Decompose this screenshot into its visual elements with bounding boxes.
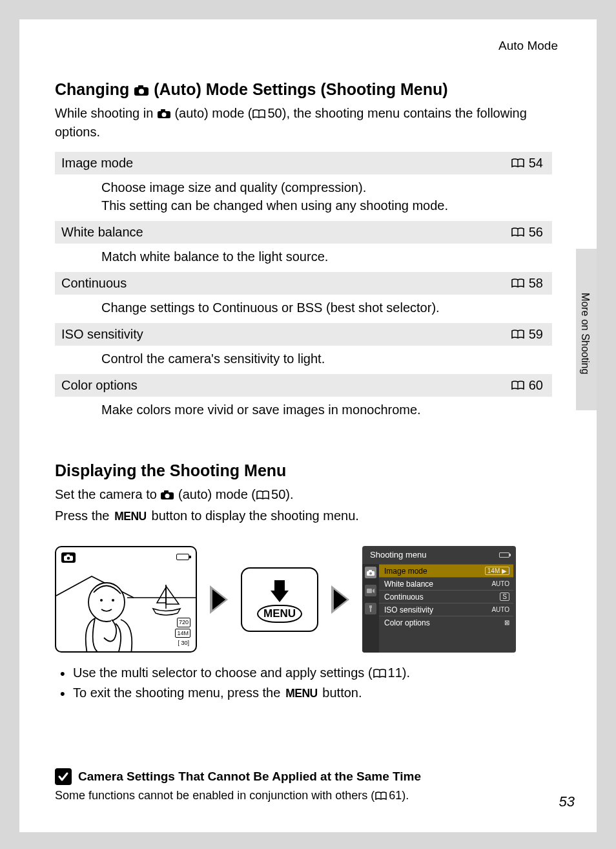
heading-1: Changing (Auto) Mode Settings (Shooting … bbox=[55, 80, 552, 99]
page-ref: 60 bbox=[511, 378, 543, 393]
svg-rect-13 bbox=[164, 490, 169, 494]
book-icon bbox=[511, 330, 525, 339]
lcd-info: 720 14M [ 30] bbox=[175, 616, 190, 647]
svg-point-22 bbox=[88, 583, 125, 622]
shooting-menu-screenshot: Shooting menu Image mode14M ▶ White bala… bbox=[362, 546, 516, 653]
book-icon bbox=[511, 381, 525, 390]
menu-oval-label: MENU bbox=[257, 605, 302, 623]
arrow-down-icon bbox=[271, 591, 289, 602]
svg-rect-4 bbox=[161, 109, 165, 112]
book-icon bbox=[511, 158, 525, 168]
sm-row: ISO sensitivityAUTO bbox=[379, 603, 513, 616]
book-icon bbox=[252, 109, 266, 119]
lcd-illustration: 720 14M [ 30] bbox=[55, 546, 197, 653]
svg-point-5 bbox=[161, 112, 166, 117]
sm-tab-setup bbox=[365, 603, 376, 614]
svg-rect-1 bbox=[138, 85, 143, 89]
sm-list: Image mode14M ▶ White balanceAUTO Contin… bbox=[379, 564, 513, 629]
note-body: Some functions cannot be enabled in conj… bbox=[55, 789, 552, 802]
menu-button-label: MENU bbox=[285, 684, 318, 702]
setting-name: White balance bbox=[61, 225, 143, 240]
sm-header: Shooting menu bbox=[362, 546, 516, 562]
sm-row: Image mode14M ▶ bbox=[379, 564, 513, 577]
setting-name: Image mode bbox=[61, 156, 133, 171]
setting-desc: Change settings to Continuous or BSS (be… bbox=[55, 295, 552, 323]
page-ref: 59 bbox=[511, 327, 543, 342]
setting-row-head: ISO sensitivity 59 bbox=[55, 323, 552, 346]
note-block: Camera Settings That Cannot Be Applied a… bbox=[55, 768, 552, 802]
sm-tab-shooting bbox=[365, 567, 376, 578]
setting-desc: Control the camera's sensitivity to ligh… bbox=[55, 346, 552, 374]
svg-point-14 bbox=[165, 494, 170, 498]
bullet-item: Use the multi selector to choose and app… bbox=[60, 663, 552, 683]
camera-icon bbox=[134, 85, 149, 96]
settings-table: Image mode 54 Choose image size and qual… bbox=[55, 152, 552, 425]
book-icon bbox=[375, 791, 387, 801]
side-tab: More on Shooting bbox=[576, 249, 597, 410]
svg-marker-20 bbox=[166, 586, 179, 604]
svg-point-2 bbox=[139, 89, 144, 94]
section-displaying: Displaying the Shooting Menu Set the cam… bbox=[55, 461, 552, 703]
sm-row: White balanceAUTO bbox=[379, 577, 513, 590]
svg-point-27 bbox=[369, 572, 372, 574]
svg-rect-28 bbox=[367, 589, 372, 593]
setting-row-head: White balance 56 bbox=[55, 221, 552, 244]
setting-desc: Make colors more vivid or save images in… bbox=[55, 397, 552, 425]
setting-name: Color options bbox=[61, 378, 138, 393]
check-badge-icon bbox=[55, 768, 72, 785]
book-icon bbox=[256, 490, 270, 500]
s2-line2: Press the MENU button to display the sho… bbox=[55, 507, 552, 525]
sm-tab-movie bbox=[365, 585, 376, 596]
camera-icon bbox=[157, 109, 171, 119]
note-title: Camera Settings That Cannot Be Applied a… bbox=[78, 770, 421, 784]
s2-line1: Set the camera to (auto) mode (50). bbox=[55, 485, 552, 504]
page-number: 53 bbox=[559, 793, 575, 810]
page-ref: 58 bbox=[511, 276, 543, 291]
side-tab-label: More on Shooting bbox=[579, 293, 591, 374]
h1-text-post: (Auto) Mode Settings (Shooting Menu) bbox=[149, 80, 447, 98]
book-icon bbox=[373, 669, 387, 678]
setting-name: ISO sensitivity bbox=[61, 327, 143, 342]
sm-row: ContinuousS bbox=[379, 590, 513, 603]
sm-row: Color options⊠ bbox=[379, 616, 513, 629]
main-content: Changing (Auto) Mode Settings (Shooting … bbox=[55, 80, 552, 703]
svg-rect-31 bbox=[370, 608, 371, 612]
book-icon bbox=[511, 278, 525, 288]
heading-2: Displaying the Shooting Menu bbox=[55, 461, 552, 480]
sm-tabs bbox=[362, 564, 379, 653]
page-ref: 54 bbox=[511, 156, 543, 171]
camera-icon bbox=[160, 490, 174, 500]
setting-row-head: Image mode 54 bbox=[55, 152, 552, 174]
arrow-right-icon bbox=[331, 585, 349, 614]
svg-marker-29 bbox=[373, 589, 375, 593]
setting-row-head: Continuous 58 bbox=[55, 272, 552, 295]
setting-name: Continuous bbox=[61, 276, 127, 291]
menu-button-illustration: MENU bbox=[241, 567, 318, 632]
svg-point-24 bbox=[112, 599, 114, 602]
intro-paragraph: While shooting in (auto) mode (50), the … bbox=[55, 104, 552, 142]
setting-desc: Choose image size and quality (compressi… bbox=[55, 174, 552, 221]
setting-desc: Match white balance to the light source. bbox=[55, 244, 552, 272]
book-icon bbox=[511, 227, 525, 237]
note-heading: Camera Settings That Cannot Be Applied a… bbox=[55, 768, 552, 785]
running-head: Auto Mode bbox=[498, 39, 558, 53]
bullet-item: To exit the shooting menu, press the MEN… bbox=[60, 683, 552, 703]
svg-point-23 bbox=[100, 599, 103, 602]
setting-row-head: Color options 60 bbox=[55, 374, 552, 397]
svg-rect-26 bbox=[369, 570, 372, 572]
page-ref: 56 bbox=[511, 225, 543, 240]
sm-title: Shooting menu bbox=[370, 550, 426, 560]
battery-icon bbox=[499, 552, 509, 558]
bullet-list: Use the multi selector to choose and app… bbox=[60, 663, 552, 703]
svg-rect-30 bbox=[369, 605, 372, 608]
svg-marker-21 bbox=[157, 587, 166, 603]
arrow-right-icon bbox=[210, 585, 228, 614]
menu-button-label: MENU bbox=[114, 507, 147, 525]
h1-text-pre: Changing bbox=[55, 80, 134, 98]
page: Auto Mode More on Shooting Changing (Aut… bbox=[19, 19, 597, 832]
illustration-row: 720 14M [ 30] MENU Shooting menu bbox=[55, 546, 552, 653]
